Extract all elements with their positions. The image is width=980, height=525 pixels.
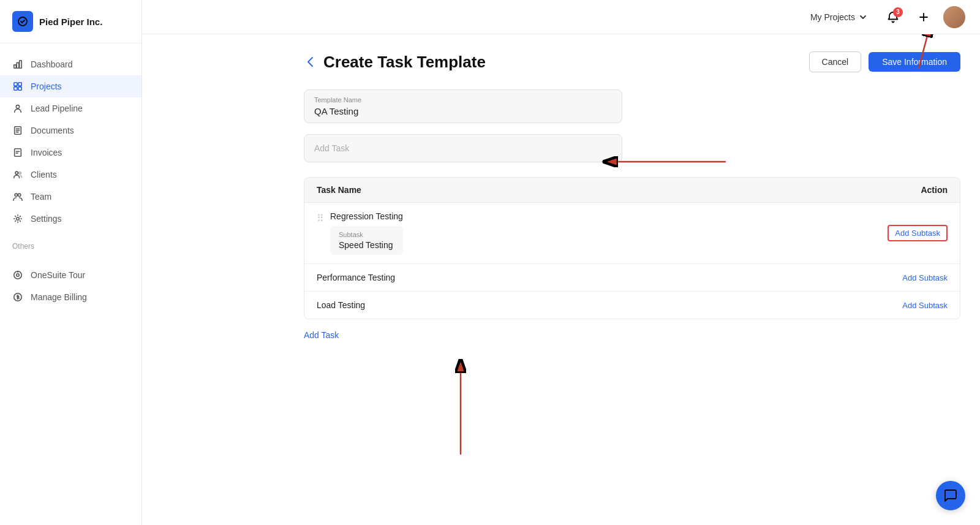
page-title: Create Task Template [323, 53, 486, 72]
chart-icon [12, 59, 23, 70]
page-title-group: Create Task Template [304, 53, 486, 72]
svg-point-17 [19, 172, 21, 175]
task-row-left: Performance Testing [317, 273, 902, 282]
clients-icon [12, 169, 23, 180]
sidebar-label-clients: Clients [31, 170, 57, 179]
svg-rect-1 [14, 65, 17, 68]
action-buttons: Cancel Save Information [809, 51, 960, 72]
sidebar: Pied Piper Inc. Dashboard [0, 0, 142, 525]
company-name: Pied Piper Inc. [39, 17, 102, 27]
sidebar-label-lead-pipeline: Lead Pipeline [31, 104, 83, 113]
arrow-add-task-link [442, 359, 479, 457]
template-name-label: Template Name [314, 96, 612, 104]
chat-icon [943, 488, 958, 503]
add-task-input[interactable]: Add Task [304, 134, 622, 162]
settings-icon [12, 213, 23, 224]
svg-rect-7 [18, 87, 21, 90]
billing-icon [12, 292, 23, 303]
nav-section-main: Dashboard Projects Lead Pipeline [0, 43, 141, 235]
task-name: Performance Testing [317, 273, 395, 282]
drag-handle-icon[interactable]: ⠿ [317, 213, 324, 224]
table-row: Performance Testing Add Subtask [304, 264, 960, 292]
svg-point-19 [18, 194, 20, 196]
sidebar-item-clients[interactable]: Clients [0, 164, 141, 186]
projects-selector[interactable]: My Projects [804, 9, 873, 26]
subtask-label: Subtask [339, 231, 394, 238]
svg-point-18 [15, 194, 17, 196]
table-row: ⠿ Regression Testing Subtask Speed Testi… [304, 203, 960, 264]
sidebar-label-dashboard: Dashboard [31, 59, 73, 69]
nav-section-others: OneSuite Tour Manage Billing [0, 254, 141, 313]
save-button[interactable]: Save Information [869, 52, 960, 72]
task-name: Load Testing [317, 300, 365, 310]
person-icon [12, 103, 23, 114]
svg-point-20 [17, 217, 19, 220]
template-name-value: QA Testing [314, 106, 612, 116]
table-col-task: Task Name [317, 185, 361, 195]
svg-rect-3 [20, 61, 22, 68]
add-button[interactable] [913, 6, 935, 28]
section-label-others: Others [0, 235, 141, 254]
svg-rect-5 [18, 83, 21, 86]
grid-icon [12, 81, 23, 92]
main-content: Create Task Template Cancel Save Informa… [284, 34, 980, 525]
svg-rect-6 [14, 87, 17, 90]
svg-rect-13 [15, 149, 21, 156]
sidebar-label-onesuite-tour: OneSuite Tour [31, 270, 85, 280]
add-subtask-button-1[interactable]: Add Subtask [902, 273, 948, 282]
sidebar-item-documents[interactable]: Documents [0, 119, 141, 142]
add-subtask-button-2[interactable]: Add Subtask [902, 301, 948, 310]
sidebar-label-projects: Projects [31, 81, 62, 91]
svg-rect-2 [17, 62, 19, 68]
task-name: Regression Testing [330, 211, 403, 221]
chat-widget[interactable] [936, 481, 965, 510]
table-col-action: Action [921, 185, 948, 195]
team-icon [12, 191, 23, 202]
plus-icon [918, 11, 930, 23]
cancel-button[interactable]: Cancel [809, 51, 862, 72]
sidebar-item-team[interactable]: Team [0, 186, 141, 208]
table-row: Load Testing Add Subtask [304, 292, 960, 319]
sidebar-label-manage-billing: Manage Billing [31, 292, 87, 302]
sidebar-item-onesuite-tour[interactable]: OneSuite Tour [0, 264, 141, 286]
task-row-left: Load Testing [317, 300, 902, 310]
svg-rect-4 [14, 83, 17, 86]
doc-icon [12, 125, 23, 136]
notification-bell[interactable]: 3 [882, 6, 904, 28]
sidebar-label-documents: Documents [31, 126, 74, 135]
add-task-link[interactable]: Add Task [304, 330, 339, 340]
sidebar-item-settings[interactable]: Settings [0, 208, 141, 230]
projects-label: My Projects [810, 12, 855, 22]
svg-point-22 [17, 274, 19, 276]
sidebar-item-lead-pipeline[interactable]: Lead Pipeline [0, 97, 141, 119]
sidebar-logo: Pied Piper Inc. [0, 0, 141, 43]
template-name-field[interactable]: Template Name QA Testing [304, 89, 622, 123]
sidebar-item-dashboard[interactable]: Dashboard [0, 53, 141, 75]
invoice-icon [12, 147, 23, 158]
svg-point-8 [16, 105, 19, 108]
sidebar-label-invoices: Invoices [31, 148, 62, 157]
sidebar-item-invoices[interactable]: Invoices [0, 142, 141, 164]
notification-badge: 3 [893, 7, 903, 17]
logo-icon [12, 11, 33, 32]
back-button[interactable] [304, 55, 317, 69]
page-header: Create Task Template Cancel Save Informa… [304, 51, 960, 72]
subtask-name: Speed Testing [339, 240, 394, 250]
header: My Projects 3 [142, 0, 980, 34]
task-row-left: ⠿ Regression Testing Subtask Speed Testi… [317, 211, 888, 255]
task-info: Regression Testing Subtask Speed Testing [330, 211, 403, 255]
avatar[interactable] [943, 6, 965, 28]
table-header: Task Name Action [304, 178, 960, 203]
sidebar-item-projects[interactable]: Projects [0, 75, 141, 97]
sidebar-label-team: Team [31, 192, 51, 202]
add-subtask-button-0[interactable]: Add Subtask [888, 225, 948, 241]
svg-point-16 [15, 172, 18, 174]
tour-icon [12, 270, 23, 281]
sidebar-label-settings: Settings [31, 214, 62, 224]
avatar-image [943, 6, 965, 28]
chevron-down-icon [859, 13, 867, 21]
task-table: Task Name Action ⠿ Regression Testing Su… [304, 177, 960, 319]
sidebar-item-manage-billing[interactable]: Manage Billing [0, 286, 141, 308]
add-task-placeholder: Add Task [314, 143, 349, 153]
subtask-block: Subtask Speed Testing [330, 226, 403, 255]
